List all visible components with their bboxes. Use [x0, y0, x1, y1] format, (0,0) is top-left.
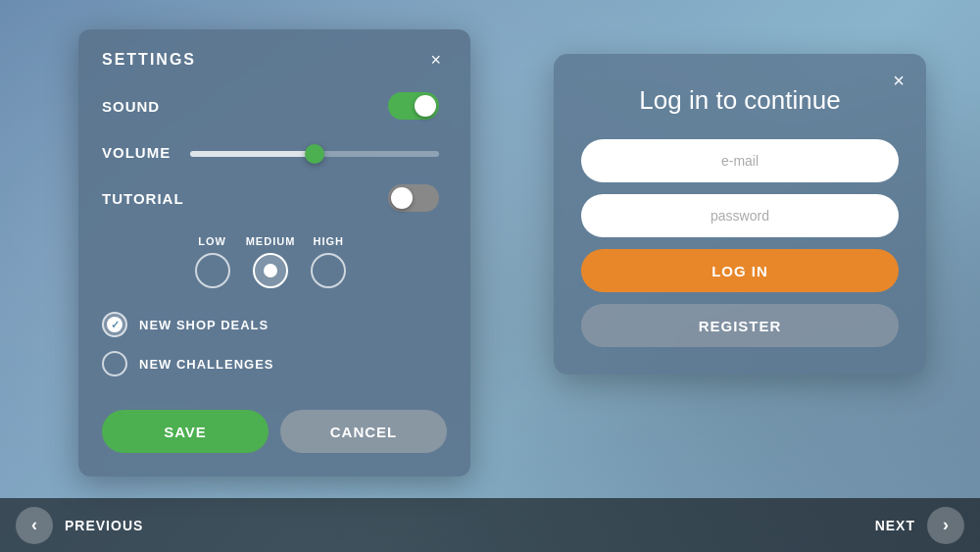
sound-toggle[interactable] [388, 92, 439, 120]
quality-high-circle[interactable] [311, 253, 346, 288]
new-challenges-checkbox[interactable] [102, 351, 127, 376]
volume-setting-row: VOLUME [102, 143, 439, 161]
login-title: Log in to continue [581, 85, 899, 116]
settings-content: SOUND VOLUME TUTORIAL LOW [102, 92, 447, 390]
quality-option-high[interactable]: HIGH [311, 235, 346, 288]
login-button[interactable]: LOG IN [581, 249, 899, 292]
sound-toggle-thumb [415, 95, 436, 117]
new-shop-deals-row[interactable]: ✓ NEW SHOP DEALS [102, 312, 439, 337]
next-button[interactable]: › [927, 507, 964, 544]
password-input[interactable] [581, 194, 899, 237]
sound-setting-row: SOUND [102, 92, 439, 120]
register-button[interactable]: REGISTER [581, 304, 899, 347]
new-shop-deals-checkbox[interactable]: ✓ [102, 312, 127, 337]
login-modal: × Log in to continue LOG IN REGISTER [554, 54, 926, 375]
new-shop-deals-check-icon: ✓ [111, 319, 120, 331]
quality-option-low[interactable]: LOW [195, 235, 230, 288]
save-button[interactable]: SAVE [102, 410, 269, 453]
new-shop-deals-checkbox-inner: ✓ [107, 317, 122, 332]
volume-slider[interactable] [190, 151, 439, 157]
new-challenges-row[interactable]: NEW CHALLENGES [102, 351, 439, 376]
sound-label: SOUND [102, 98, 160, 115]
settings-action-buttons: SAVE CANCEL [102, 410, 447, 453]
email-input[interactable] [581, 139, 899, 182]
tutorial-toggle-thumb [391, 187, 413, 209]
previous-button[interactable]: ‹ [16, 507, 53, 544]
next-group: NEXT › [875, 507, 964, 544]
quality-setting-row: LOW MEDIUM HIGH [102, 235, 439, 288]
next-label: NEXT [875, 518, 915, 533]
volume-label: VOLUME [102, 144, 171, 161]
settings-header: SETTINGS × [102, 49, 447, 71]
settings-title: SETTINGS [102, 51, 196, 69]
cancel-button[interactable]: CANCEL [280, 410, 447, 453]
previous-label: PREVIOUS [65, 518, 143, 533]
quality-medium-circle[interactable] [253, 253, 288, 288]
volume-slider-container [190, 143, 439, 161]
settings-modal: SETTINGS × SOUND VOLUME TUTORIAL [78, 29, 470, 477]
quality-high-label: HIGH [314, 235, 345, 247]
tutorial-label: TUTORIAL [102, 190, 184, 207]
quality-low-circle[interactable] [195, 253, 230, 288]
new-shop-deals-label: NEW SHOP DEALS [139, 318, 269, 332]
new-challenges-label: NEW CHALLENGES [139, 357, 274, 372]
tutorial-toggle[interactable] [388, 184, 439, 212]
settings-close-button[interactable]: × [424, 49, 447, 71]
previous-group: ‹ PREVIOUS [16, 507, 143, 544]
quality-option-medium[interactable]: MEDIUM [246, 235, 296, 288]
tutorial-setting-row: TUTORIAL [102, 184, 439, 212]
quality-low-label: LOW [198, 235, 226, 247]
quality-medium-label: MEDIUM [246, 235, 296, 247]
quality-options-group: LOW MEDIUM HIGH [102, 235, 439, 288]
login-close-button[interactable]: × [887, 68, 910, 94]
bottom-bar: ‹ PREVIOUS NEXT › [0, 498, 980, 552]
